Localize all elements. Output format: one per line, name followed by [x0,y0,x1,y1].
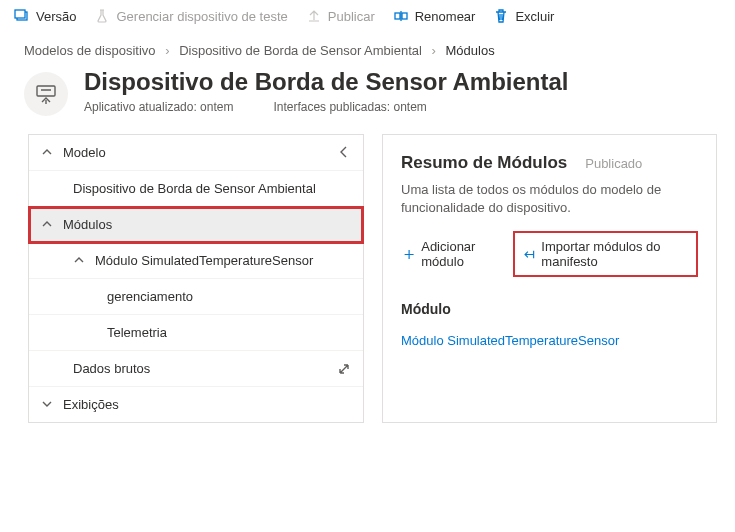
page-header: Dispositivo de Borda de Sensor Ambiental… [0,64,735,134]
tree-views[interactable]: Exibições [29,387,363,422]
breadcrumb-root[interactable]: Modelos de dispositivo [24,43,156,58]
summary-title: Resumo de Módulos [401,153,567,173]
breadcrumb-current: Módulos [446,43,495,58]
tree-management-label: gerenciamento [107,289,193,304]
summary-description: Uma lista de todos os módulos do modelo … [401,181,681,217]
module-heading: Módulo [401,301,698,317]
tree-modules[interactable]: Módulos [29,207,363,243]
expand-icon[interactable] [337,362,351,376]
chevron-down-icon [41,398,55,412]
version-icon [14,8,30,24]
tree-raw-data-label: Dados brutos [73,361,150,376]
tree-device-label: Dispositivo de Borda de Sensor Ambiental [73,181,316,196]
tree-raw-data[interactable]: Dados brutos [29,351,363,387]
svg-rect-2 [395,13,400,19]
breadcrumb-device[interactable]: Dispositivo de Borda de Sensor Ambiental [179,43,422,58]
tree-views-label: Exibições [63,397,119,412]
device-avatar [24,72,68,116]
toolbar: Versão Gerenciar dispositivo de teste Pu… [0,0,735,33]
rename-icon [393,8,409,24]
chevron-up-icon [73,254,87,268]
add-module-button[interactable]: Adicionar módulo [401,235,505,273]
modules-summary: Resumo de Módulos Publicado Uma lista de… [382,134,717,423]
page-title: Dispositivo de Borda de Sensor Ambiental [84,68,569,96]
status-badge: Publicado [585,156,642,171]
svg-rect-4 [37,86,55,96]
manage-test-label: Gerenciar dispositivo de teste [116,9,287,24]
import-manifest-label: Importar módulos do manifesto [541,239,688,269]
breadcrumb: Modelos de dispositivo › Dispositivo de … [0,33,735,64]
delete-button[interactable]: Excluir [493,8,554,24]
collapse-panel-icon[interactable] [337,145,353,161]
rename-label: Renomear [415,9,476,24]
svg-rect-1 [15,10,25,18]
tree-model[interactable]: Modelo [29,135,363,171]
chevron-right-icon: › [165,43,169,58]
tree-model-label: Modelo [63,145,106,160]
version-button[interactable]: Versão [14,8,76,24]
flask-icon [94,8,110,24]
tree-telemetry[interactable]: Telemetria [29,315,363,351]
tree-telemetry-label: Telemetria [107,325,167,340]
publish-label: Publicar [328,9,375,24]
tree-device[interactable]: Dispositivo de Borda de Sensor Ambiental [29,171,363,207]
import-icon [523,247,535,262]
svg-rect-3 [402,13,407,19]
chevron-right-icon: › [432,43,436,58]
manage-test-button: Gerenciar dispositivo de teste [94,8,287,24]
version-label: Versão [36,9,76,24]
tree-management[interactable]: gerenciamento [29,279,363,315]
chevron-up-icon [41,146,55,160]
publish-icon [306,8,322,24]
add-module-label: Adicionar módulo [421,239,503,269]
tree-module-sim[interactable]: Módulo SimulatedTemperatureSensor [29,243,363,279]
app-updated: Aplicativo atualizado: ontem [84,100,233,114]
publish-button: Publicar [306,8,375,24]
plus-icon [403,247,415,262]
module-link[interactable]: Módulo SimulatedTemperatureSensor [401,333,698,348]
import-manifest-button[interactable]: Importar módulos do manifesto [513,231,698,277]
rename-button[interactable]: Renomear [393,8,476,24]
model-tree: Modelo Dispositivo de Borda de Sensor Am… [28,134,364,423]
delete-label: Excluir [515,9,554,24]
trash-icon [493,8,509,24]
chevron-up-icon [41,218,55,232]
interfaces-published: Interfaces publicadas: ontem [273,100,426,114]
tree-modules-label: Módulos [63,217,112,232]
tree-module-sim-label: Módulo SimulatedTemperatureSensor [95,253,313,268]
